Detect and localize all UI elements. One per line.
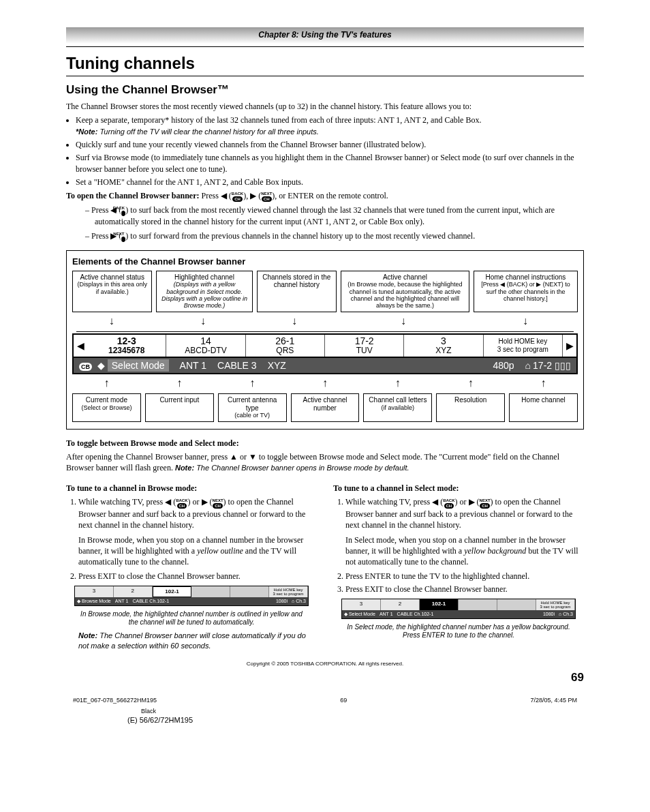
banner-cell-1: 14 ABCD-DTV [166,335,245,357]
banner-home-cell: Hold HOME key 3 sec to program [484,335,563,357]
bullet-4: Set a "HOME" channel for the ANT 1, ANT … [76,177,584,187]
open-banner-line: To open the Channel Browser banner: Pres… [66,190,584,202]
banner-cell-4: 3 XYZ [404,335,483,357]
banner-home-l2: 3 sec to program [485,346,561,354]
left-note: Note: The Channel Browser banner will cl… [78,631,317,651]
banner-cell-1-num: 14 [168,336,243,346]
open-banner-tail: , or ENTER on the remote control. [275,191,388,200]
next-button-icon-4: NEXTCH [480,498,491,509]
callout-top-4-t: Home channel instructions [486,273,566,281]
dash1-pre: – Press [85,205,108,215]
status-mode: Select Mode [108,359,169,372]
page-number: 69 [66,671,584,685]
left-title: To tune to a channel in Browse mode: [66,483,197,493]
next-button-icon-3: NEXTCH [213,498,223,509]
back-button-icon-3: BACKCH [176,498,187,509]
status-call-letters: XYZ [262,360,488,371]
mini-home: Ch.3 [296,599,306,603]
toggle-body: After opening the Channel Browser banner… [66,451,584,473]
arrow-up-icon [145,377,214,392]
status-resolution: 480p [487,360,519,371]
callout-top-1-d: (Displays with a yellow background in Se… [161,281,247,309]
chapter-bar: Chapter 8: Using the TV's features [66,27,584,44]
diagram-box: Elements of the Channel Browser banner A… [66,250,584,430]
banner-cell-2: 26-1 QRS [246,335,325,357]
dash1-text: to surf back from the most recently view… [95,205,555,226]
left-step1: While watching TV, press ◀ (BACKCH) or ▶… [78,496,317,567]
banner-cell-0: 12-3 12345678 [87,335,166,357]
callout-top-3-d: (In Browse mode, because the highlighted… [347,281,462,309]
arrow-up-icon [291,377,360,392]
open-banner-label: To open the Channel Browser banner: [66,191,199,200]
mini-home-cell: Hold HOME key3 sec to program [536,599,575,610]
mini-res: 1080i [543,612,555,617]
mini-ch: CABLE Ch.102-1 [132,599,271,604]
mini-input: ANT 1 [115,599,129,604]
callouts-bottom: Current mode(Select or Browse) Current i… [72,393,578,421]
callouts-top: Active channel status(Displays in this a… [72,271,578,312]
callout-bot-4-t: Channel call letters [369,396,427,404]
callout-bot-3-t: Active channel number [303,396,347,412]
mini-cell-2-highlighted: 102-1 [420,599,459,610]
cb-icon: CB [79,363,92,371]
banner-cell-2-num: 26-1 [247,336,323,346]
title-rule [66,76,584,76]
right-step2: Press ENTER to tune the TV to the highli… [345,571,584,582]
mini-mode: Select Mode [349,612,375,616]
bottom-arrows [72,377,578,392]
arrow-up-icon [436,377,505,392]
callout-bot-0-t: Current mode [86,396,127,404]
banner-cell-3-label: TUV [326,346,402,355]
callout-bot-5-t: Resolution [454,396,486,404]
arrow-down-icon [72,315,151,330]
callout-bot-2-d: (cable or TV) [234,412,270,419]
banner-right-arrow-icon: ▶ [563,335,576,357]
callout-top-3-t: Active channel [383,273,427,281]
banner-cell-0-label: 12345678 [89,346,164,355]
callout-top-4-d: [Press ◀ (BACK) or ▶ (NEXT) to surf the … [481,281,570,302]
bullet-1: Keep a separate, temporary* history of t… [76,115,481,125]
copyright: Copyright © 2005 TOSHIBA CORPORATION. Al… [66,661,584,667]
banner-cell-3-num: 17-2 [326,336,402,346]
callout-top-0-t: Active channel status [80,273,144,281]
next-button-icon: NEXTCH [261,191,272,202]
dash-list: – Press ◀ (BACKCH) to surf back from the… [85,205,584,242]
press-word: Press [201,191,218,200]
arrow-down-icon [473,315,578,330]
arrow-up-icon [218,377,287,392]
arrow-down-icon [155,315,251,330]
mini-cell-empty [191,586,230,597]
mini-input: ANT 1 [380,612,393,617]
mini-cell-empty [230,586,269,597]
mini-res: 1080i [276,599,288,604]
arrow-down-icon [338,315,469,330]
select-mode-column: To tune to a channel in Select mode: Whi… [333,480,584,653]
mini-banner-select: 3 2 102-1 Hold HOME key3 sec to program … [341,599,576,619]
footer-page-small: 69 [340,697,347,704]
banner-cell-4-num: 3 [405,336,481,346]
left-step2: Press EXIT to close the Channel Browser … [78,571,317,582]
mini-cell-0: 3 [342,599,381,610]
status-bar: CB ◆ Select Mode ANT 1 CABLE 3 XYZ 480p … [72,358,578,374]
section-title: Using the Channel Browser™ [66,83,584,97]
callout-top-1-t: Highlighted channel [174,273,234,281]
callout-bot-4-d: (if available) [382,404,415,411]
right-step3: Press EXIT to close the Channel Browser … [345,584,584,595]
mini-cell-1: 2 [114,586,153,597]
status-home: 17-2 ▯▯▯ [520,360,576,371]
status-antenna: CABLE 3 [212,360,262,371]
callout-bot-1-t: Current input [159,396,199,404]
note1-text: Turning off the TV will clear the channe… [99,127,318,136]
footer-color: Black [141,708,584,715]
right-step1: While watching TV, press ◀ (BACKCH) or ▶… [345,496,584,567]
callout-top-0-d: (Displays in this area only if available… [77,281,147,295]
channel-browser-banner: ◀ 12-3 12345678 14 ABCD-DTV 26-1 QRS 17-… [72,333,578,359]
note1-label: *Note: [76,127,97,136]
bullet-3: Surf via Browse mode (to immediately tun… [76,152,584,174]
callout-bot-2-t: Current antenna type [228,396,277,412]
browse-mode-column: To tune to a channel in Browse mode: Whi… [66,480,317,653]
arrow-up-icon [509,377,578,392]
mini-banner-browse: 3 2 102-1 Hold HOME key3 sec to program … [74,586,309,606]
top-rule [66,46,584,47]
back-button-icon: BACKCH [232,191,243,202]
